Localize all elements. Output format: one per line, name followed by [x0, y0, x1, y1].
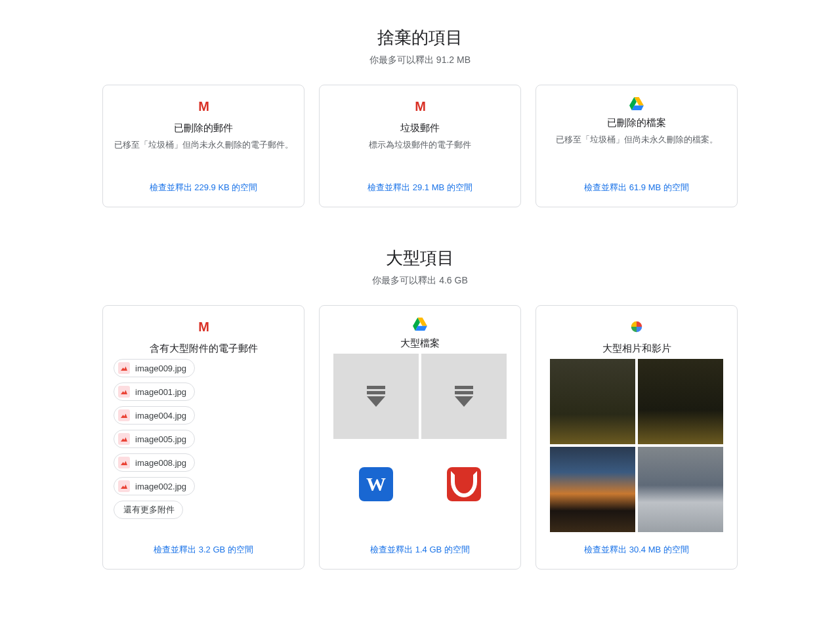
card-title: 已刪除的郵件 — [174, 122, 233, 135]
review-free-link[interactable]: 檢查並釋出 29.1 MB 的空間 — [368, 182, 472, 194]
file-tile[interactable] — [421, 354, 507, 439]
attachment-name: image001.jpg — [135, 387, 186, 397]
file-tile[interactable] — [421, 442, 507, 527]
card-title: 含有大型附件的電子郵件 — [150, 342, 258, 355]
photo-tile[interactable] — [638, 359, 723, 444]
attachment-chip[interactable]: image008.jpg — [114, 453, 195, 472]
photos-icon — [629, 318, 644, 336]
image-icon — [118, 409, 130, 421]
file-tile-grid: W — [333, 354, 507, 527]
photo-tile-grid — [550, 359, 723, 532]
download-icon — [367, 386, 385, 407]
photo-tile[interactable] — [550, 447, 635, 532]
gmail-icon: M — [198, 318, 209, 336]
attachment-chip[interactable]: image005.jpg — [114, 430, 195, 448]
image-icon — [118, 386, 130, 398]
card-row: M 含有大型附件的電子郵件 image009.jpg image001.jpg … — [0, 305, 840, 570]
card-description: 已移至「垃圾桶」但尚未永久刪除的電子郵件。 — [114, 138, 293, 162]
attachment-chip[interactable]: image004.jpg — [114, 406, 195, 425]
attachment-chip[interactable]: image009.jpg — [114, 359, 195, 377]
attachment-list: image009.jpg image001.jpg image004.jpg i… — [114, 359, 293, 519]
card-title: 大型相片和影片 — [602, 342, 671, 355]
gmail-icon: M — [198, 97, 209, 115]
attachment-chip[interactable]: image001.jpg — [114, 383, 195, 401]
card-description: 標示為垃圾郵件的電子郵件 — [369, 138, 471, 162]
large-photos-card: 大型相片和影片 檢查並釋出 30.4 MB 的空間 — [536, 305, 738, 570]
file-tile[interactable] — [333, 354, 419, 439]
image-icon — [118, 433, 130, 445]
download-icon — [455, 386, 473, 407]
drive-icon — [629, 97, 644, 110]
section-title: 捨棄的項目 — [0, 26, 840, 49]
attachment-name: image005.jpg — [135, 434, 186, 444]
attachment-chip[interactable]: image002.jpg — [114, 477, 195, 495]
review-free-link[interactable]: 檢查並釋出 229.9 KB 的空間 — [150, 182, 258, 194]
image-icon — [118, 457, 130, 468]
discarded-items-section: 捨棄的項目 你最多可以釋出 91.2 MB M 已刪除的郵件 已移至「垃圾桶」但… — [0, 26, 840, 207]
attachment-name: image008.jpg — [135, 458, 186, 468]
attachment-name: image009.jpg — [135, 363, 186, 373]
audio-icon — [447, 467, 481, 501]
review-free-link[interactable]: 檢查並釋出 61.9 MB 的空間 — [584, 182, 689, 194]
file-tile[interactable]: W — [333, 442, 419, 527]
large-items-section: 大型項目 你最多可以釋出 4.6 GB M 含有大型附件的電子郵件 image0… — [0, 247, 840, 570]
card-row: M 已刪除的郵件 已移至「垃圾桶」但尚未永久刪除的電子郵件。 檢查並釋出 229… — [0, 85, 840, 207]
attachment-name: image004.jpg — [135, 411, 186, 421]
image-icon — [118, 362, 130, 374]
large-attachments-card: M 含有大型附件的電子郵件 image009.jpg image001.jpg … — [102, 305, 304, 570]
photo-tile[interactable] — [550, 359, 635, 444]
gmail-icon: M — [415, 97, 425, 115]
large-files-card: 大型檔案 W 檢查並釋出 1.4 GB 的空間 — [319, 305, 521, 570]
photo-tile[interactable] — [638, 447, 723, 532]
more-label: 還有更多附件 — [123, 504, 175, 516]
section-subtitle: 你最多可以釋出 91.2 MB — [0, 54, 840, 66]
image-icon — [118, 480, 130, 492]
drive-icon — [413, 318, 427, 331]
review-free-link[interactable]: 檢查並釋出 3.2 GB 的空間 — [154, 544, 253, 556]
word-doc-icon: W — [359, 467, 393, 501]
more-attachments-chip[interactable]: 還有更多附件 — [114, 501, 183, 519]
section-subtitle: 你最多可以釋出 4.6 GB — [0, 275, 840, 287]
card-title: 大型檔案 — [400, 337, 440, 350]
card-title: 垃圾郵件 — [400, 122, 440, 135]
spam-mail-card: M 垃圾郵件 標示為垃圾郵件的電子郵件 檢查並釋出 29.1 MB 的空間 — [319, 85, 521, 207]
card-description: 已移至「垃圾桶」但尚未永久刪除的檔案。 — [556, 133, 718, 157]
attachment-name: image002.jpg — [135, 482, 186, 491]
review-free-link[interactable]: 檢查並釋出 30.4 MB 的空間 — [584, 544, 689, 556]
deleted-files-card: 已刪除的檔案 已移至「垃圾桶」但尚未永久刪除的檔案。 檢查並釋出 61.9 MB… — [536, 85, 738, 207]
card-title: 已刪除的檔案 — [607, 117, 666, 129]
deleted-mail-card: M 已刪除的郵件 已移至「垃圾桶」但尚未永久刪除的電子郵件。 檢查並釋出 229… — [102, 85, 304, 207]
section-title: 大型項目 — [0, 247, 840, 270]
review-free-link[interactable]: 檢查並釋出 1.4 GB 的空間 — [370, 544, 470, 556]
